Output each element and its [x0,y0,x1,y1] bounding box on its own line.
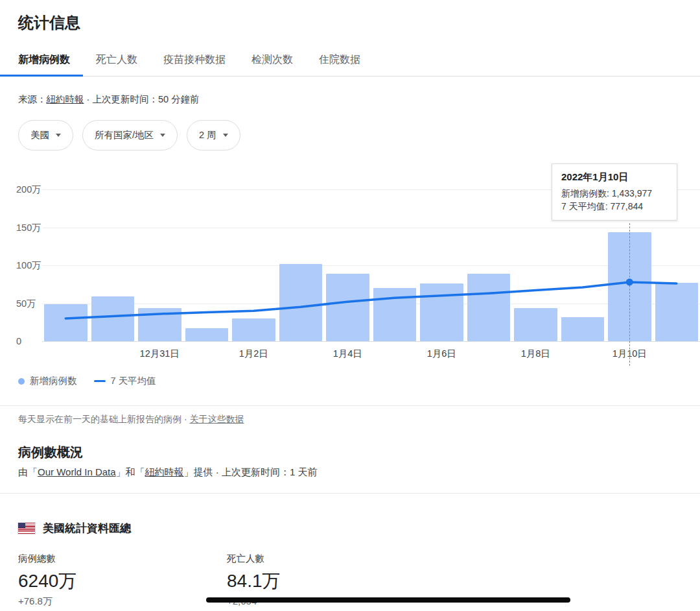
stat-label: 病例總數 [18,553,227,565]
stat-value: 6240万 [18,570,227,592]
tooltip-new-cases: 新增病例数: 1,433,977 [561,187,668,200]
chevron-down-icon [223,134,228,137]
chevron-down-icon [160,134,165,137]
stat-value: 84.1万 [227,570,436,592]
legend-item-1: 新增病例数 [18,375,77,387]
stat-delta: +76.8万 [18,595,227,608]
stat-label: 死亡人數 [227,553,436,565]
filter-dropdown-label: 2 周 [199,129,216,141]
source-updated: · 上次更新时间：50 分鐘前 [84,94,200,104]
average-line-icon [94,380,106,382]
x-axis-label: 1月8日 [503,348,568,360]
footnote-separator: · [181,414,189,424]
summary-title: 美國統計資料匯總 [43,521,131,536]
tab-2[interactable]: 死亡人数 [83,45,150,77]
filter-dropdown-1[interactable]: 美國 [18,120,73,150]
filter-dropdown-label: 美國 [30,129,49,141]
x-axis-label: 12月31日 [127,348,192,360]
owid-link[interactable]: Our World In Data [38,466,116,477]
x-axis-label: 1月2日 [221,348,286,360]
provider-mid: 」和「 [116,466,145,477]
legend-label: 新增病例数 [30,375,77,387]
y-axis-label: 150万 [16,221,41,234]
tooltip-seven-day-avg: 7 天平均值: 777,844 [561,200,668,213]
stat-column-1: 病例總數6240万+76.8万 [18,553,227,608]
source-line: 来源：紐約時報 · 上次更新时间：50 分鐘前 [18,93,682,106]
divider [0,405,700,406]
chart-legend: 新增病例数7 天平均值 [18,375,700,387]
source-prefix: 来源： [18,94,47,104]
cases-dot-icon [18,378,25,385]
filter-row: 美國所有国家/地区2 周 [18,120,682,150]
divider [0,493,700,494]
y-axis-label: 100万 [16,259,41,272]
provider-prefix: 由「 [18,466,38,477]
filter-dropdown-3[interactable]: 2 周 [187,120,240,150]
covid-statistics-page: 统计信息 新增病例数死亡人数疫苗接种数据检测次数住院数据 来源：紐約時報 · 上… [0,13,700,608]
bottom-divider-bar [206,597,570,603]
x-axis-label: 1月6日 [409,348,474,360]
about-data-link[interactable]: 关于这些数据 [189,414,244,424]
chart-tooltip: 2022年1月10日 新增病例数: 1,433,977 7 天平均值: 777,… [552,163,677,221]
filter-dropdown-label: 所有国家/地区 [95,129,154,141]
y-axis-label: 0 [16,335,21,348]
summary-header: 美國統計資料匯總 [18,521,700,536]
gridline [42,341,700,342]
provider-line: 由「Our World In Data」和「紐約時報」提供 · 上次更新时间：1… [18,466,682,479]
filter-dropdown-2[interactable]: 所有国家/地区 [82,120,178,150]
source-link[interactable]: 紐約時報 [47,94,84,104]
tab-3[interactable]: 疫苗接种数据 [150,45,239,77]
highlight-dot [626,278,633,285]
y-axis-label: 200万 [16,183,41,196]
us-flag-icon [18,523,35,534]
nyt-link[interactable]: 紐約時報 [145,466,184,477]
chevron-down-icon [56,134,61,137]
tab-4[interactable]: 检测次数 [239,45,306,77]
stats-tab-bar: 新增病例数死亡人数疫苗接种数据检测次数住院数据 [0,45,700,77]
cases-overview-title: 病例數概況 [18,444,700,461]
y-axis-label: 50万 [16,297,36,310]
footnote-text: 每天显示在前一天的基础上新报告的病例 [18,414,181,424]
tab-1[interactable]: 新增病例数 [0,45,83,77]
tab-5[interactable]: 住院数据 [306,45,373,77]
page-title: 统计信息 [18,13,700,32]
legend-item-2: 7 天平均值 [94,375,156,387]
new-cases-chart: 2022年1月10日 新增病例数: 1,433,977 7 天平均值: 777,… [0,163,700,366]
chart-footnote: 每天显示在前一天的基础上新报告的病例 · 关于这些数据 [18,414,682,425]
tooltip-date: 2022年1月10日 [561,171,668,184]
legend-label: 7 天平均值 [111,375,156,387]
provider-suffix: 」提供 · 上次更新时间：1 天前 [184,466,318,477]
x-axis-label: 1月4日 [315,348,380,360]
